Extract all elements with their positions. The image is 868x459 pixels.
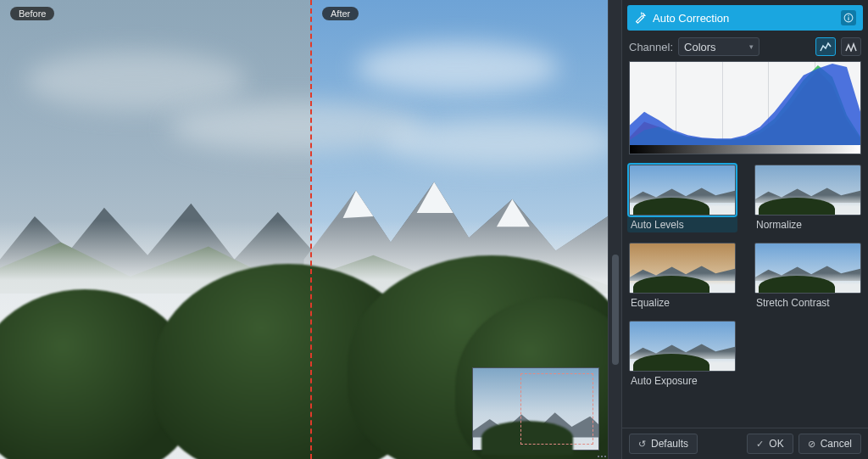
preset-caption: Equalize — [629, 297, 736, 309]
side-scrollbar[interactable] — [609, 0, 622, 459]
side-panel: Auto Correction Channel: Colors ▾ — [622, 0, 868, 459]
preset-thumb — [629, 165, 736, 216]
channel-select[interactable]: Colors ▾ — [678, 37, 760, 56]
app-root: Before After Auto Correction — [0, 0, 868, 459]
histogram-series-blue — [630, 64, 860, 145]
defaults-button[interactable]: ↺ Defaults — [629, 434, 698, 454]
resize-grip-icon[interactable] — [596, 451, 606, 459]
navigator-viewport[interactable] — [520, 373, 593, 445]
preset-caption: Auto Levels — [629, 219, 736, 231]
cancel-button-label: Cancel — [821, 438, 852, 450]
preset-caption: Auto Exposure — [629, 375, 736, 387]
channel-label: Channel: — [629, 41, 673, 53]
defaults-button-label: Defaults — [651, 438, 688, 450]
preset-auto-exposure[interactable]: Auto Exposure — [629, 321, 736, 387]
svg-rect-1 — [848, 17, 849, 20]
preset-thumb — [629, 243, 736, 294]
histogram-linear-toggle[interactable] — [815, 37, 836, 56]
histogram — [629, 61, 861, 154]
preset-thumb — [629, 321, 736, 372]
after-badge: After — [322, 7, 359, 20]
preset-thumb — [754, 165, 861, 216]
chevron-down-icon: ▾ — [749, 42, 754, 51]
histogram-gradient — [630, 145, 860, 154]
presets-area: Auto LevelsNormalizeEqualizeStretch Cont… — [622, 160, 868, 428]
histogram-svg — [630, 62, 860, 145]
channel-row: Channel: Colors ▾ — [622, 37, 868, 61]
ok-button[interactable]: ✓ OK — [747, 434, 793, 454]
svg-rect-2 — [848, 15, 849, 16]
preset-auto-levels[interactable]: Auto Levels — [627, 163, 737, 232]
panel-title: Auto Correction — [653, 12, 834, 25]
reset-icon: ↺ — [638, 439, 646, 450]
before-after-divider[interactable] — [310, 0, 312, 459]
panel-header: Auto Correction — [627, 5, 863, 31]
before-badge: Before — [10, 7, 54, 20]
wand-icon — [634, 12, 646, 24]
preset-thumb — [754, 243, 861, 294]
preview-pane[interactable]: Before After — [0, 0, 609, 459]
info-button[interactable] — [841, 10, 856, 25]
channel-selected-value: Colors — [684, 41, 716, 53]
check-icon: ✓ — [756, 439, 764, 450]
histogram-log-toggle[interactable] — [841, 37, 861, 56]
preset-caption: Stretch Contrast — [754, 297, 861, 309]
navigator-thumbnail[interactable] — [472, 367, 599, 451]
side-scrollbar-thumb[interactable] — [612, 255, 619, 365]
preset-normalize[interactable]: Normalize — [754, 165, 861, 231]
ok-button-label: OK — [769, 438, 783, 450]
preset-equalize[interactable]: Equalize — [629, 243, 736, 309]
preset-grid: Auto LevelsNormalizeEqualizeStretch Cont… — [629, 165, 861, 387]
cancel-icon: ⊘ — [808, 439, 815, 450]
preset-caption: Normalize — [754, 219, 861, 231]
dialog-footer: ↺ Defaults ✓ OK ⊘ Cancel — [622, 428, 868, 459]
cancel-button[interactable]: ⊘ Cancel — [798, 434, 861, 454]
preset-stretch-contrast[interactable]: Stretch Contrast — [754, 243, 861, 309]
